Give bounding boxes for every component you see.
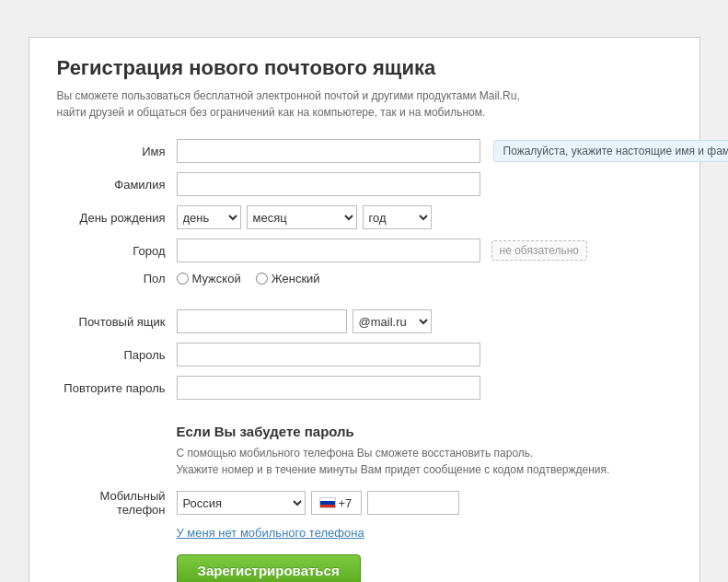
mailbox-row: Почтовый ящик @mail.ru @inbox.ru @list.r…	[57, 309, 672, 333]
mailbox-field: @mail.ru @inbox.ru @list.ru @bk.ru	[177, 309, 672, 333]
month-select[interactable]: месяц ЯнварьФевральМарт АпрельМайИюнь Ию…	[247, 205, 357, 229]
password-repeat-field	[177, 376, 672, 400]
city-row: Город не обязательно	[57, 239, 672, 262]
domain-wrapper: @mail.ru @inbox.ru @list.ru @bk.ru	[352, 309, 432, 333]
gender-female-radio[interactable]	[256, 273, 268, 285]
surname-field	[177, 172, 672, 196]
register-button[interactable]: Зарегистрироваться	[177, 554, 361, 582]
gender-male-text: Мужской	[192, 272, 241, 285]
forgot-section-title: Если Вы забудете пароль	[177, 424, 672, 439]
city-field: не обязательно	[177, 239, 672, 262]
name-row: Имя Пожалуйста, укажите настоящие имя и …	[57, 139, 672, 163]
gender-row: Пол Мужской Женский	[57, 272, 672, 285]
name-tooltip: Пожалуйста, укажите настоящие имя и фами…	[493, 140, 729, 162]
birthday-row: День рождения день 12345 678910 11121314…	[57, 205, 672, 229]
gender-radio-group: Мужской Женский	[177, 272, 320, 285]
birthday-field: день 12345 678910 1112131415 1617181920 …	[177, 205, 672, 229]
surname-row: Фамилия	[57, 172, 672, 196]
page-subtitle: Вы сможете пользоваться бесплатной элект…	[57, 87, 672, 121]
password-label: Пароль	[57, 348, 177, 362]
gender-label: Пол	[57, 272, 177, 285]
page-title: Регистрация нового почтового ящика	[57, 56, 672, 80]
phone-prefix-box: +7	[311, 491, 362, 515]
phone-number-input[interactable]	[367, 491, 459, 515]
password-repeat-label: Повторите пароль	[57, 381, 177, 395]
surname-input[interactable]	[177, 172, 480, 196]
name-input[interactable]	[177, 139, 480, 163]
phone-row: Мобильный телефон Россия Украина Беларус…	[57, 489, 672, 517]
year-select[interactable]: год 2024202320102000 1990198019701960	[363, 205, 432, 229]
name-field: Пожалуйста, укажите настоящие имя и фами…	[177, 139, 729, 163]
forgot-section-desc: С помощью мобильного телефона Вы сможете…	[177, 445, 672, 478]
city-optional-hint: не обязательно	[491, 240, 588, 261]
phone-field: Россия Украина Беларусь Казахстан +7	[177, 491, 672, 515]
birthday-label: День рождения	[57, 211, 177, 225]
mailbox-input[interactable]	[177, 309, 347, 333]
password-input[interactable]	[177, 343, 480, 367]
password-repeat-input[interactable]	[177, 376, 480, 400]
phone-country-select[interactable]: Россия Украина Беларусь Казахстан	[177, 491, 306, 515]
password-repeat-row: Повторите пароль	[57, 376, 672, 400]
password-row: Пароль	[57, 343, 672, 367]
no-phone-link[interactable]: У меня нет мобильного телефона	[177, 526, 672, 540]
phone-prefix-text: +7	[339, 496, 352, 510]
russia-flag-icon	[319, 497, 336, 508]
gender-female-text: Женский	[272, 272, 320, 285]
gender-male-radio[interactable]	[177, 273, 189, 285]
gender-female-label[interactable]: Женский	[256, 272, 320, 285]
mailbox-label: Почтовый ящик	[57, 315, 177, 329]
gender-field: Мужской Женский	[177, 272, 672, 285]
gender-male-label[interactable]: Мужской	[177, 272, 241, 285]
city-input[interactable]	[177, 239, 480, 262]
domain-select[interactable]: @mail.ru @inbox.ru @list.ru @bk.ru	[352, 309, 432, 333]
surname-label: Фамилия	[57, 178, 177, 192]
phone-label: Мобильный телефон	[57, 489, 177, 517]
day-select[interactable]: день 12345 678910 1112131415 1617181920 …	[177, 205, 241, 229]
city-label: Город	[57, 244, 177, 258]
name-label: Имя	[57, 145, 177, 158]
password-field	[177, 343, 672, 367]
